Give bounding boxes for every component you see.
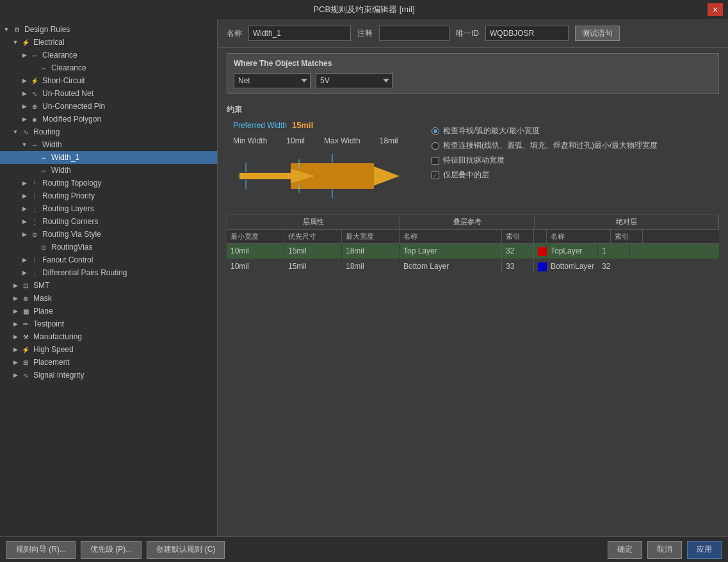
tree-item-design-rules[interactable]: ▼⚙Design Rules bbox=[0, 23, 217, 36]
tree-item-manufacturing[interactable]: ▶⚒Manufacturing bbox=[0, 330, 217, 343]
priority-button[interactable]: 优先级 (P)... bbox=[81, 541, 142, 559]
cancel-button[interactable]: 取消 bbox=[647, 541, 682, 559]
radio-check-copper[interactable] bbox=[432, 142, 439, 150]
tree-label-design-rules: Design Rules bbox=[24, 25, 70, 34]
tree-label-placement: Placement bbox=[33, 358, 70, 367]
tree-toggle-width bbox=[29, 166, 37, 174]
tree-label-plane: Plane bbox=[33, 307, 53, 316]
tree-toggle-clearance-item bbox=[29, 64, 37, 72]
tree-item-diff-pairs[interactable]: ▶⋮Differential Pairs Routing bbox=[0, 266, 217, 279]
table-row[interactable]: 10mil 15mil 18mil Top Layer 32 TopLayer … bbox=[227, 244, 719, 259]
header-abs-layer: 绝对层 bbox=[535, 214, 718, 229]
id-input[interactable] bbox=[485, 26, 569, 41]
create-default-button[interactable]: 创建默认规则 (C) bbox=[147, 541, 225, 559]
tree-item-modified-polygon[interactable]: ▶◈Modified Polygon bbox=[0, 113, 217, 125]
checkbox-stack-layers[interactable]: ✓ bbox=[432, 172, 439, 179]
option-row-1[interactable]: 检查导线/弧的最大/最小宽度 bbox=[432, 125, 658, 136]
tree-icon-width-1: ↔ bbox=[38, 152, 49, 163]
tree-item-plane[interactable]: ▶▦Plane bbox=[0, 305, 217, 317]
note-input[interactable] bbox=[379, 26, 449, 41]
checkbox-impedance[interactable] bbox=[432, 157, 439, 165]
tree-item-routing-layers[interactable]: ▶⋮Routing Layers bbox=[0, 202, 217, 215]
net-dropdown[interactable]: Net bbox=[234, 73, 311, 88]
tree-icon-mask: ⊕ bbox=[20, 293, 31, 303]
tree-item-routing-priority[interactable]: ▶⋮Routing Priority bbox=[0, 189, 217, 202]
close-button[interactable]: × bbox=[708, 3, 723, 16]
tree-item-short-circuit[interactable]: ▶⚡Short-Circuit bbox=[0, 74, 217, 87]
title-bar: PCB规则及约束编辑器 [mil] × bbox=[0, 0, 728, 19]
tree-icon-signal-integrity: ∿ bbox=[20, 370, 31, 380]
header-layer-ref: 叠层参考 bbox=[400, 214, 535, 229]
tree-icon-manufacturing: ⚒ bbox=[20, 332, 31, 342]
tree-icon-electrical: ⚡ bbox=[20, 37, 31, 47]
tree-item-testpoint[interactable]: ▶✏Testpoint bbox=[0, 317, 217, 330]
tree-item-smt[interactable]: ▶⊡SMT bbox=[0, 279, 217, 292]
tree-item-fanout-control[interactable]: ▶⋮Fanout Control bbox=[0, 253, 217, 266]
tree-item-mask[interactable]: ▶⊕Mask bbox=[0, 292, 217, 305]
name-input[interactable] bbox=[248, 26, 351, 41]
tree-label-routing: Routing bbox=[33, 127, 60, 136]
cell-idx1-2: 33 bbox=[502, 259, 534, 274]
tree-item-width-group[interactable]: ▼↔Width bbox=[0, 138, 217, 151]
col-layname: 名称 bbox=[547, 230, 611, 243]
tree-label-signal-integrity: Signal Integrity bbox=[33, 371, 84, 380]
tree-item-high-speed[interactable]: ▶⚡High Speed bbox=[0, 343, 217, 356]
table-merge-header: 层属性 叠层参考 绝对层 bbox=[227, 214, 719, 230]
tree-item-width[interactable]: ↔Width bbox=[0, 164, 217, 177]
tree-item-width-1[interactable]: ↔Width_1 bbox=[0, 151, 217, 164]
cell-layname-2: BottomLayer bbox=[547, 259, 598, 274]
options-area: 检查导线/弧的最大/最小宽度 检查连接铜(线轨、圆弧、填充、焊盘和过孔)最小/最… bbox=[425, 125, 664, 181]
option-row-4[interactable]: ✓ 仅层叠中的层 bbox=[432, 170, 658, 181]
cell-minw-2: 10mil bbox=[227, 259, 284, 274]
tree-item-routing-corners[interactable]: ▶⋮Routing Corners bbox=[0, 215, 217, 228]
table-row[interactable]: 10mil 15mil 18mil Bottom Layer 33 Bottom… bbox=[227, 259, 719, 275]
tree-label-diff-pairs: Differential Pairs Routing bbox=[42, 268, 127, 277]
min-label: Min Width bbox=[233, 136, 267, 145]
ok-button[interactable]: 确定 bbox=[608, 541, 642, 559]
tree-label-fanout-control: Fanout Control bbox=[42, 255, 93, 264]
radio-check-lines[interactable] bbox=[432, 127, 439, 135]
tree-item-electrical[interactable]: ▼⚡Electrical bbox=[0, 36, 217, 49]
cell-maxw-1: 18mil bbox=[342, 244, 400, 259]
tree-toggle-plane: ▶ bbox=[12, 307, 19, 315]
apply-button[interactable]: 应用 bbox=[687, 541, 722, 559]
tree-item-clearance-item[interactable]: ↔Clearance bbox=[0, 61, 217, 74]
tree-label-testpoint: Testpoint bbox=[33, 319, 64, 328]
option-row-3[interactable]: 特征阻抗驱动宽度 bbox=[432, 155, 658, 166]
col-idx2: 索引 bbox=[611, 230, 643, 243]
tree-icon-diff-pairs: ⋮ bbox=[29, 268, 40, 278]
option-row-2[interactable]: 检查连接铜(线轨、圆弧、填充、焊盘和过孔)最小/最大物理宽度 bbox=[432, 140, 658, 151]
tree-item-clearance-group[interactable]: ▶↔Clearance bbox=[0, 49, 217, 61]
name-label: 名称 bbox=[227, 28, 242, 39]
tree-item-un-routed-net[interactable]: ▶∿Un-Routed Net bbox=[0, 87, 217, 100]
tree-item-routing[interactable]: ▼∿Routing bbox=[0, 125, 217, 138]
tree-item-signal-integrity[interactable]: ▶∿Signal Integrity bbox=[0, 369, 217, 381]
tree-toggle-routing-priority: ▶ bbox=[20, 192, 28, 200]
preferred-label: Preferred Width bbox=[233, 121, 287, 130]
cell-idx1-1: 32 bbox=[502, 244, 534, 259]
main-area: ▼⚙Design Rules▼⚡Electrical▶↔Clearance↔Cl… bbox=[0, 19, 728, 536]
tree-item-routing-topology[interactable]: ▶⋮Routing Topology bbox=[0, 177, 217, 189]
tree-item-routing-via-style[interactable]: ▶⊙Routing Via Style bbox=[0, 228, 217, 241]
wizard-button[interactable]: 规则向导 (R)... bbox=[6, 541, 76, 559]
tree-toggle-modified-polygon: ▶ bbox=[20, 115, 28, 123]
tree-toggle-high-speed: ▶ bbox=[12, 346, 19, 353]
tree-label-electrical: Electrical bbox=[33, 38, 65, 47]
tree-toggle-testpoint: ▶ bbox=[12, 320, 19, 328]
tree-item-un-connected-pin[interactable]: ▶⊕Un-Connected Pin bbox=[0, 100, 217, 113]
tree-toggle-routing-topology: ▶ bbox=[20, 179, 28, 187]
tree-item-routing-vias[interactable]: ⊙RoutingVias bbox=[0, 241, 217, 253]
tree-label-un-routed-net: Un-Routed Net bbox=[42, 89, 93, 98]
tree-toggle-routing: ▼ bbox=[12, 128, 19, 136]
test-button[interactable]: 测试语句 bbox=[575, 26, 620, 41]
net-value-dropdown[interactable]: 5V bbox=[316, 73, 392, 88]
tree-toggle-signal-integrity: ▶ bbox=[12, 371, 19, 379]
tree-icon-routing-vias: ⊙ bbox=[38, 242, 49, 252]
col-minw: 最小宽度 bbox=[227, 230, 284, 243]
tree-toggle-electrical: ▼ bbox=[12, 38, 19, 46]
tree-toggle-placement: ▶ bbox=[12, 358, 19, 366]
tree-toggle-clearance-group: ▶ bbox=[20, 51, 28, 59]
tree-label-width: Width bbox=[51, 166, 71, 175]
tree-label-smt: SMT bbox=[33, 281, 49, 290]
tree-item-placement[interactable]: ▶⊞Placement bbox=[0, 356, 217, 369]
